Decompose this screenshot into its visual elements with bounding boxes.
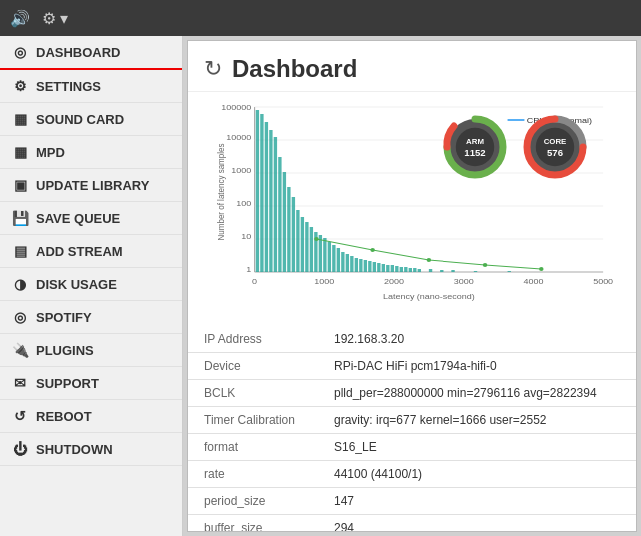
svg-text:Number of latency samples: Number of latency samples bbox=[216, 144, 227, 241]
sound-card-icon: ▦ bbox=[12, 111, 28, 127]
svg-rect-30 bbox=[287, 187, 290, 272]
svg-text:1152: 1152 bbox=[464, 147, 485, 158]
svg-rect-55 bbox=[400, 267, 403, 272]
svg-text:3000: 3000 bbox=[454, 276, 474, 285]
svg-rect-52 bbox=[386, 265, 389, 272]
info-row-2: BCLKplld_per=288000000 min=2796116 avg=2… bbox=[188, 380, 636, 407]
top-bar: 🔊 ⚙ ▾ bbox=[0, 0, 641, 36]
svg-rect-28 bbox=[278, 157, 281, 272]
sidebar-label-reboot: REBOOT bbox=[36, 409, 92, 424]
sidebar-label-dashboard: DASHBOARD bbox=[36, 45, 121, 60]
info-value-2: plld_per=288000000 min=2796116 avg=28223… bbox=[318, 380, 636, 407]
svg-rect-43 bbox=[346, 254, 349, 272]
svg-rect-26 bbox=[269, 130, 272, 272]
info-row-5: rate44100 (44100/1) bbox=[188, 461, 636, 488]
info-row-6: period_size147 bbox=[188, 488, 636, 515]
sidebar-item-settings[interactable]: ⚙SETTINGS bbox=[0, 70, 182, 103]
sidebar-item-save-queue[interactable]: 💾SAVE QUEUE bbox=[0, 202, 182, 235]
spotify-icon: ◎ bbox=[12, 309, 28, 325]
sidebar-label-spotify: SPOTIFY bbox=[36, 310, 92, 325]
sidebar-label-settings: SETTINGS bbox=[36, 79, 101, 94]
sidebar-item-spotify[interactable]: ◎SPOTIFY bbox=[0, 301, 182, 334]
update-library-icon: ▣ bbox=[12, 177, 28, 193]
svg-rect-62 bbox=[451, 270, 454, 272]
info-value-7: 294 bbox=[318, 515, 636, 533]
svg-rect-23 bbox=[256, 110, 259, 272]
svg-rect-27 bbox=[274, 137, 277, 272]
svg-rect-25 bbox=[265, 122, 268, 272]
info-value-5: 44100 (44100/1) bbox=[318, 461, 636, 488]
info-value-3: gravity: irq=677 kernel=1666 user=2552 bbox=[318, 407, 636, 434]
svg-rect-24 bbox=[260, 114, 263, 272]
info-key-0: IP Address bbox=[188, 326, 318, 353]
svg-rect-64 bbox=[508, 271, 511, 272]
svg-rect-53 bbox=[391, 265, 394, 272]
sidebar-item-update-library[interactable]: ▣UPDATE LIBRARY bbox=[0, 169, 182, 202]
mpd-icon: ▦ bbox=[12, 144, 28, 160]
svg-rect-60 bbox=[429, 269, 432, 272]
info-key-7: buffer_size bbox=[188, 515, 318, 533]
info-row-1: DeviceRPi-DAC HiFi pcm1794a-hifi-0 bbox=[188, 353, 636, 380]
dashboard-icon: ◎ bbox=[12, 44, 28, 60]
chart-and-gauges: 100000 10000 1000 100 10 1 0 1000 2000 3… bbox=[204, 102, 620, 312]
svg-rect-54 bbox=[395, 266, 398, 272]
svg-text:2000: 2000 bbox=[384, 276, 404, 285]
info-key-2: BCLK bbox=[188, 380, 318, 407]
svg-rect-57 bbox=[409, 268, 412, 272]
svg-rect-35 bbox=[310, 227, 313, 272]
sidebar-label-save-queue: SAVE QUEUE bbox=[36, 211, 120, 226]
svg-rect-50 bbox=[377, 263, 380, 272]
svg-rect-32 bbox=[296, 210, 299, 272]
arm-gauge: ARM 1152 bbox=[440, 112, 510, 182]
svg-rect-37 bbox=[319, 235, 322, 272]
svg-text:ARM: ARM bbox=[466, 137, 484, 146]
sidebar-item-add-stream[interactable]: ▤ADD STREAM bbox=[0, 235, 182, 268]
sidebar-item-dashboard[interactable]: ◎DASHBOARD bbox=[0, 36, 182, 70]
sidebar-label-shutdown: SHUTDOWN bbox=[36, 442, 113, 457]
sidebar-item-support[interactable]: ✉SUPPORT bbox=[0, 367, 182, 400]
info-value-0: 192.168.3.20 bbox=[318, 326, 636, 353]
svg-rect-40 bbox=[332, 245, 335, 272]
main-layout: ◎DASHBOARD⚙SETTINGS▦SOUND CARD▦MPD▣UPDAT… bbox=[0, 36, 641, 536]
add-stream-icon: ▤ bbox=[12, 243, 28, 259]
sidebar-label-update-library: UPDATE LIBRARY bbox=[36, 178, 149, 193]
sidebar-item-sound-card[interactable]: ▦SOUND CARD bbox=[0, 103, 182, 136]
svg-rect-31 bbox=[292, 197, 295, 272]
sidebar-item-mpd[interactable]: ▦MPD bbox=[0, 136, 182, 169]
chart-container: 100000 10000 1000 100 10 1 0 1000 2000 3… bbox=[188, 92, 636, 322]
svg-rect-59 bbox=[418, 269, 421, 272]
save-queue-icon: 💾 bbox=[12, 210, 28, 226]
svg-text:576: 576 bbox=[547, 147, 563, 158]
sidebar-label-mpd: MPD bbox=[36, 145, 65, 160]
plugins-icon: 🔌 bbox=[12, 342, 28, 358]
shutdown-icon: ⏻ bbox=[12, 441, 28, 457]
content-panel: ↻ Dashboard 100000 10000 bbox=[187, 40, 637, 532]
volume-icon[interactable]: 🔊 bbox=[10, 9, 30, 28]
svg-rect-51 bbox=[382, 264, 385, 272]
sidebar-item-plugins[interactable]: 🔌PLUGINS bbox=[0, 334, 182, 367]
page-title: Dashboard bbox=[232, 55, 357, 83]
svg-text:100: 100 bbox=[236, 198, 251, 207]
sidebar-label-plugins: PLUGINS bbox=[36, 343, 94, 358]
svg-rect-39 bbox=[328, 242, 331, 272]
sidebar-item-reboot[interactable]: ↺REBOOT bbox=[0, 400, 182, 433]
svg-text:1000: 1000 bbox=[231, 165, 251, 174]
reboot-icon: ↺ bbox=[12, 408, 28, 424]
gauges-overlay: ARM 1152 bbox=[440, 112, 590, 182]
svg-rect-56 bbox=[404, 267, 407, 272]
settings-icon[interactable]: ⚙ ▾ bbox=[42, 9, 68, 28]
sidebar-label-disk-usage: DISK USAGE bbox=[36, 277, 117, 292]
sidebar-item-disk-usage[interactable]: ◑DISK USAGE bbox=[0, 268, 182, 301]
svg-rect-48 bbox=[368, 261, 371, 272]
sidebar: ◎DASHBOARD⚙SETTINGS▦SOUND CARD▦MPD▣UPDAT… bbox=[0, 36, 183, 536]
sidebar-item-shutdown[interactable]: ⏻SHUTDOWN bbox=[0, 433, 182, 466]
settings-icon: ⚙ bbox=[12, 78, 28, 94]
info-value-4: S16_LE bbox=[318, 434, 636, 461]
info-key-4: format bbox=[188, 434, 318, 461]
svg-text:Latency (nano-second): Latency (nano-second) bbox=[383, 291, 475, 300]
info-row-4: formatS16_LE bbox=[188, 434, 636, 461]
svg-rect-61 bbox=[440, 270, 443, 272]
info-value-1: RPi-DAC HiFi pcm1794a-hifi-0 bbox=[318, 353, 636, 380]
sidebar-label-support: SUPPORT bbox=[36, 376, 99, 391]
info-key-1: Device bbox=[188, 353, 318, 380]
